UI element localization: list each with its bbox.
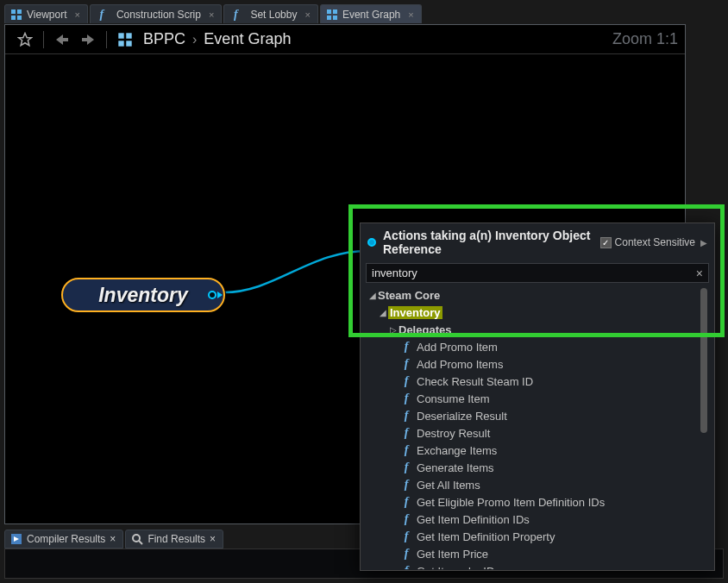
category-label: Delegates (399, 323, 451, 336)
action-label: Add Promo Item (417, 341, 498, 354)
svg-line-14 (139, 541, 142, 544)
action-row[interactable]: fDestroy Result (362, 424, 712, 442)
action-row[interactable]: fConsume Item (362, 390, 712, 407)
action-label: Generate Items (417, 461, 494, 474)
pin-circle-icon (208, 291, 217, 299)
action-row[interactable]: fGet All Items (362, 476, 712, 493)
svg-rect-11 (126, 41, 131, 46)
tab-set-lobby[interactable]: f Set Lobby × (223, 4, 317, 23)
svg-rect-8 (118, 33, 123, 38)
search-input[interactable] (367, 264, 691, 282)
function-icon: f (400, 548, 412, 560)
function-icon: f (400, 513, 412, 525)
action-label: Deserialize Result (417, 410, 507, 423)
tab-event-graph[interactable]: Event Graph × (320, 4, 422, 23)
action-row[interactable]: fAdd Promo Items (362, 355, 712, 373)
zoom-label: Zoom 1:1 (612, 30, 678, 48)
action-row[interactable]: fDeserialize Result (362, 407, 712, 424)
tab-label: Compiler Results (27, 533, 105, 545)
action-row[interactable]: fGet Item Price (362, 545, 712, 562)
svg-rect-2 (11, 16, 16, 20)
action-label: Get Item Definition Property (417, 530, 555, 543)
search-row: × (366, 263, 709, 283)
popup-title: Actions taking a(n) Inventory Object Ref… (383, 229, 593, 256)
triangle-right-icon: ▷ (390, 325, 397, 335)
svg-rect-3 (17, 16, 22, 20)
pin-arrow-icon (217, 292, 223, 298)
output-pin[interactable] (208, 290, 225, 300)
compiler-icon (10, 533, 22, 545)
tab-viewport[interactable]: Viewport × (4, 4, 88, 23)
svg-point-13 (133, 535, 140, 542)
action-menu-popup: Actions taking a(n) Inventory Object Ref… (360, 223, 715, 571)
category-steam-core[interactable]: ◢ Steam Core (362, 286, 712, 304)
context-sensitive-toggle[interactable]: ✓ Context Sensitive ▶ (600, 236, 707, 248)
action-row[interactable]: fExchange Items (362, 442, 712, 459)
tab-label: Viewport (27, 9, 66, 21)
function-icon: f (400, 375, 412, 387)
function-icon: f (229, 9, 242, 21)
action-row[interactable]: fGet Items by ID (362, 562, 712, 569)
svg-rect-4 (327, 9, 331, 14)
forward-button[interactable] (75, 29, 101, 50)
close-icon[interactable]: × (304, 9, 310, 20)
tab-label: Set Lobby (250, 9, 297, 21)
action-tree[interactable]: ◢ Steam Core ◢ Inventory ▷ Delegates fAd… (362, 286, 712, 569)
chevron-right-icon: › (192, 32, 197, 47)
action-label: Check Result Steam ID (417, 375, 533, 388)
graph-home-icon[interactable] (112, 28, 138, 51)
action-row[interactable]: fGenerate Items (362, 459, 712, 476)
action-row[interactable]: fAdd Promo Item (362, 338, 712, 355)
action-row[interactable]: fGet Item Definition IDs (362, 511, 712, 528)
tab-find-results[interactable]: Find Results × (125, 530, 223, 549)
svg-rect-10 (118, 41, 123, 46)
clear-search-icon[interactable]: × (691, 266, 708, 280)
action-label: Destroy Result (417, 427, 490, 440)
svg-rect-0 (11, 9, 16, 14)
triangle-down-icon: ◢ (380, 308, 386, 317)
action-row[interactable]: fGet Item Definition Property (362, 528, 712, 545)
graph-toolbar: BPPC › Event Graph Zoom 1:1 (5, 25, 685, 54)
close-icon[interactable]: × (210, 533, 216, 545)
function-icon: f (400, 427, 412, 439)
node-wire (224, 241, 380, 310)
category-delegates[interactable]: ▷ Delegates (362, 321, 712, 338)
chevron-right-icon: ▶ (700, 238, 707, 248)
context-sensitive-label: Context Sensitive (615, 236, 695, 248)
svg-rect-7 (333, 16, 337, 20)
function-icon: f (400, 461, 412, 473)
action-label: Consume Item (417, 392, 490, 405)
function-icon: f (400, 341, 412, 353)
function-icon: f (400, 444, 412, 456)
close-icon[interactable]: × (408, 9, 413, 20)
search-icon (131, 533, 143, 545)
editor-tab-row: Viewport × f Construction Scrip × f Set … (4, 4, 422, 23)
breadcrumb: BPPC › Event Graph (143, 30, 291, 48)
action-label: Get Items by ID (417, 565, 494, 570)
favorite-icon[interactable] (12, 28, 38, 51)
variable-node-inventory[interactable]: Inventory (61, 278, 225, 312)
action-row[interactable]: fGet Eligible Promo Item Definition IDs (362, 493, 712, 511)
close-icon[interactable]: × (74, 9, 79, 20)
function-icon: f (400, 392, 412, 404)
svg-rect-1 (17, 9, 22, 14)
function-icon: f (400, 565, 412, 569)
action-row[interactable]: fCheck Result Steam ID (362, 373, 712, 390)
back-button[interactable] (49, 29, 75, 50)
category-inventory[interactable]: ◢ Inventory (362, 304, 712, 321)
category-label: Steam Core (378, 289, 440, 302)
tab-compiler-results[interactable]: Compiler Results × (4, 530, 123, 549)
divider (43, 31, 44, 48)
close-icon[interactable]: × (110, 533, 116, 545)
breadcrumb-root[interactable]: BPPC (143, 30, 185, 48)
bottom-tab-row: Compiler Results × Find Results × (4, 530, 223, 549)
graph-icon (326, 9, 338, 21)
category-label: Inventory (388, 306, 442, 319)
tab-construction-script[interactable]: f Construction Scrip × (90, 4, 222, 23)
breadcrumb-leaf[interactable]: Event Graph (204, 30, 291, 48)
close-icon[interactable]: × (209, 9, 214, 20)
action-label: Add Promo Items (417, 358, 503, 371)
action-label: Get Item Definition IDs (417, 513, 530, 526)
function-icon: f (96, 9, 108, 21)
scrollbar[interactable] (700, 288, 707, 433)
